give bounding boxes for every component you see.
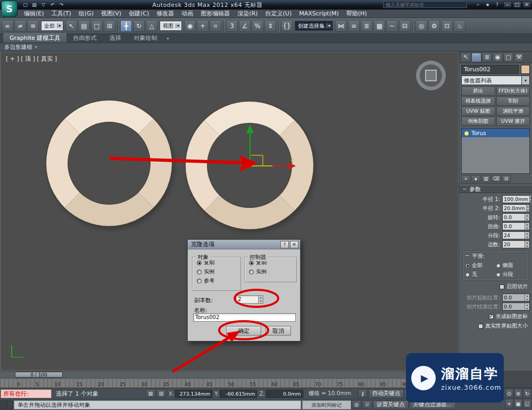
spinner-arrows-icon[interactable]: ▴▾ <box>529 196 531 203</box>
menu-item[interactable]: 创建(C) <box>125 10 153 18</box>
spinner-arrows-icon[interactable]: ▴▾ <box>258 296 263 303</box>
show-end-result-icon[interactable]: ∎ <box>471 175 480 182</box>
tab-selection[interactable]: 选择 <box>103 33 127 43</box>
param-spinner-field[interactable]: 20 ▴▾ <box>502 240 530 248</box>
menu-item[interactable]: 图形编辑器 <box>197 10 234 18</box>
layer-manager-icon[interactable]: ≣ <box>361 20 372 32</box>
viewcube[interactable] <box>416 61 446 90</box>
schematic-view-icon[interactable]: ⊟ <box>399 20 411 32</box>
hierarchy-tab-icon[interactable]: ≣ <box>482 53 492 62</box>
param-spinner-field[interactable]: 20.0mm ▴▾ <box>502 204 530 212</box>
utilities-tab-icon[interactable]: ⚒ <box>514 53 524 62</box>
modifier-set-button[interactable]: UVW 展开 <box>496 117 530 126</box>
param-spinner-field[interactable]: 100.0mm ▴▾ <box>502 195 530 203</box>
isolate-selection-icon[interactable]: ⊘ <box>352 400 361 409</box>
maximize-viewport-icon[interactable]: ◱ <box>523 399 531 408</box>
selection-lock-icon[interactable]: ⊠ <box>146 389 155 398</box>
select-object-icon[interactable]: ↖ <box>65 20 77 32</box>
parameters-rollout-header[interactable]: − 参数 <box>459 185 532 193</box>
configure-modifier-sets-icon[interactable]: ⊟ <box>502 175 511 182</box>
pan-icon[interactable]: + <box>505 399 513 408</box>
named-selection-dropdown[interactable]: 创建选择集 ▾ <box>295 21 333 31</box>
selection-lock-toggle-icon[interactable]: ⌸ <box>362 400 372 409</box>
coord-x-field[interactable]: 273.134mm <box>175 390 212 398</box>
spinner-arrows-icon[interactable]: ▴▾ <box>525 223 529 230</box>
param-spinner-field[interactable]: 0.0 ▴▾ <box>502 303 530 311</box>
ribbon-overflow-icon[interactable]: ▾ <box>167 36 169 43</box>
object-color-swatch[interactable] <box>521 65 530 74</box>
modifier-stack[interactable]: Torus <box>461 128 530 174</box>
make-unique-icon[interactable]: ▥ <box>481 175 491 182</box>
torus-object-2-selected[interactable] <box>186 102 313 229</box>
spinner-arrows-icon[interactable]: ▴▾ <box>525 241 529 248</box>
dialog-close-icon[interactable]: ✕ <box>290 241 298 248</box>
modifier-set-button[interactable]: FFD(长方体) <box>496 87 530 96</box>
select-and-rotate-icon[interactable]: ↻ <box>133 20 145 32</box>
tab-graphite-modeling[interactable]: Graphite 建模工具 <box>3 33 66 43</box>
modifier-list-dropdown[interactable]: 修改器列表 ▾ <box>461 76 530 85</box>
minimize-icon[interactable]: − <box>503 1 512 8</box>
menu-item[interactable]: MAXScript(M) <box>295 10 343 18</box>
spinner-arrows-icon[interactable]: ▴▾ <box>526 205 529 212</box>
zoom-all-icon[interactable]: ⊕ <box>514 389 522 398</box>
angle-snap-icon[interactable]: ∠ <box>239 20 251 32</box>
pin-stack-icon[interactable]: ⌖ <box>461 175 470 182</box>
ribbon-toggle-icon[interactable]: ▦ <box>373 20 385 32</box>
param-spinner-field[interactable]: 0.0 ▴▾ <box>502 213 530 221</box>
modifier-set-button[interactable]: 车削 <box>496 97 530 106</box>
named-selection-sets-icon[interactable]: {} <box>281 20 293 32</box>
zoom-icon[interactable]: ⊙ <box>505 389 513 398</box>
motion-tab-icon[interactable]: ◉ <box>493 53 503 62</box>
maximize-icon[interactable]: □ <box>513 1 521 8</box>
spinner-arrows-icon[interactable]: ▴▾ <box>525 232 529 239</box>
track-bar[interactable]: 0510152025303540455055606570758085909510… <box>0 378 459 388</box>
param-spinner-field[interactable]: 0.0 ▴▾ <box>502 222 530 230</box>
rendered-frame-window-icon[interactable]: ⊡ <box>441 20 453 32</box>
coord-y-field[interactable]: -60.615mm <box>220 390 257 398</box>
spinner-snap-icon[interactable]: ⇕ <box>264 20 276 32</box>
select-and-link-icon[interactable]: ∞ <box>2 20 13 32</box>
smooth-sides-radio[interactable]: 侧面 <box>496 262 527 269</box>
cancel-button[interactable]: 取消 <box>265 326 291 336</box>
favorites-icon[interactable]: ★ <box>484 1 492 8</box>
unlink-selection-icon[interactable]: ≠ <box>14 20 26 32</box>
reference-coordinate-dropdown[interactable]: 视图 ▾ <box>160 21 182 31</box>
display-tab-icon[interactable]: ▢ <box>503 53 513 62</box>
modifier-set-button[interactable]: UVW 贴图 <box>461 107 495 116</box>
select-and-manipulate-icon[interactable]: + <box>197 20 209 32</box>
menu-item[interactable]: 渲染(R) <box>234 10 261 18</box>
copies-spinner-field[interactable]: 2 ▴▾ <box>236 295 263 304</box>
param-spinner-field[interactable]: 0.0 ▴▾ <box>502 294 530 302</box>
tab-freeform[interactable]: 自由形式 <box>66 33 103 43</box>
select-and-scale-icon[interactable]: △ <box>146 20 157 32</box>
snaps-toggle-icon[interactable]: 3 <box>226 20 238 32</box>
menu-item[interactable]: 修改器 <box>153 10 178 18</box>
infocenter-search-input[interactable] <box>383 1 467 8</box>
object-name-field[interactable]: Torus002 <box>461 65 519 74</box>
create-tab-icon[interactable]: ↖ <box>461 53 471 62</box>
coord-z-field[interactable]: 0.0mm <box>266 390 303 398</box>
select-by-name-icon[interactable]: ▤ <box>78 20 90 32</box>
key-mode-icon[interactable]: ⚷ <box>358 389 368 398</box>
remove-modifier-icon[interactable]: ⌫ <box>492 175 501 182</box>
absolute-mode-icon[interactable]: ⊞ <box>156 389 166 398</box>
object-instance-radio[interactable]: 实例 <box>197 268 240 275</box>
modifier-set-button[interactable]: 倒角剖面 <box>461 117 495 126</box>
close-icon[interactable]: ✕ <box>522 1 531 8</box>
render-production-icon[interactable]: ♨ <box>454 20 466 32</box>
modifier-set-button[interactable]: 挤出 <box>461 87 495 96</box>
torus-object-1[interactable] <box>46 101 172 226</box>
select-and-move-icon[interactable]: ╋ <box>120 20 132 32</box>
param-spinner-field[interactable]: 24 ▴▾ <box>502 231 530 239</box>
stack-item-torus[interactable]: Torus <box>462 129 529 137</box>
time-slider-track[interactable]: 0 / 100 <box>0 371 459 378</box>
3dsmax-logo-icon[interactable]: S <box>1 1 18 17</box>
orbit-icon[interactable]: ↻ <box>523 389 531 398</box>
open-listener-handle[interactable] <box>1 400 6 409</box>
real-world-map-size-checkbox[interactable]: 真实世界贴图大小 <box>459 321 532 331</box>
menu-item[interactable]: 编辑(E) <box>20 10 48 18</box>
rectangular-selection-region-icon[interactable]: □ <box>91 20 103 32</box>
name-input[interactable]: Torus002 <box>193 313 296 322</box>
spinner-arrows-icon[interactable]: ▴▾ <box>525 303 529 310</box>
smooth-all-radio[interactable]: 全部 <box>465 262 496 269</box>
